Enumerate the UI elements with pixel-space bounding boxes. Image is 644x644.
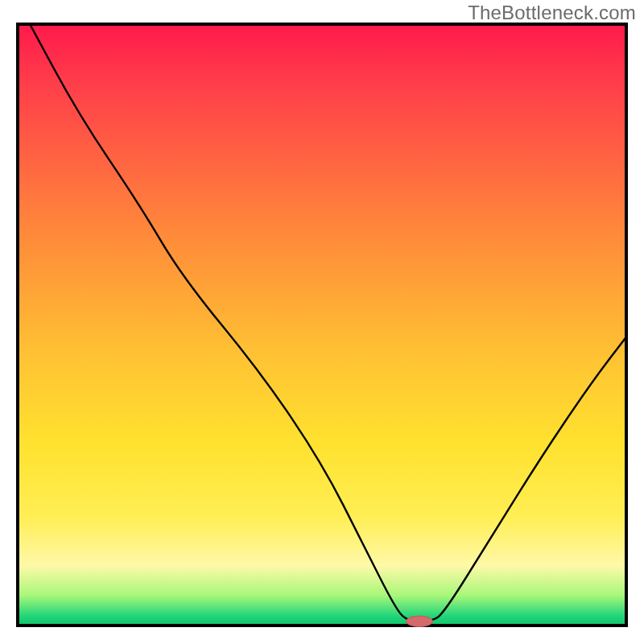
minimum-marker (406, 616, 432, 626)
chart-frame: TheBottleneck.com (0, 0, 644, 644)
bottleneck-chart (0, 0, 644, 644)
svg-rect-0 (18, 24, 626, 625)
